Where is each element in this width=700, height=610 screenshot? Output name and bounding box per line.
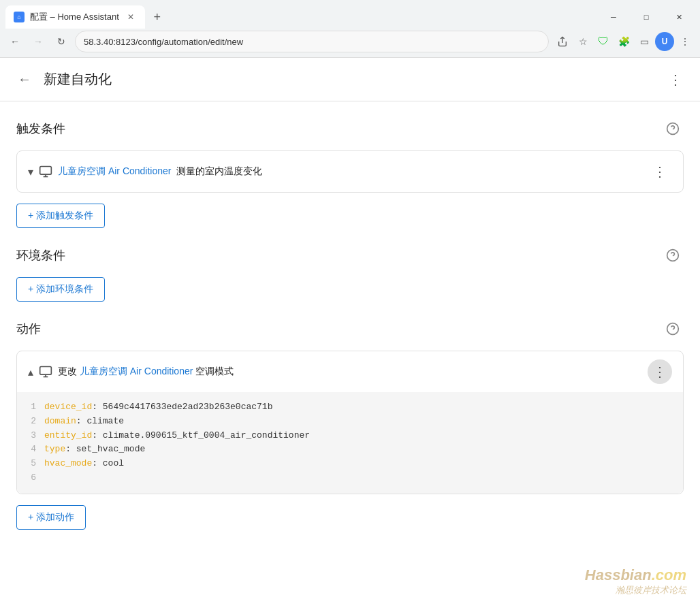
action-card: ▴ 更改 儿童房空调 Air Conditioner 空调模式 ⋮ 1 devi… — [16, 351, 684, 494]
extensions-button[interactable]: 🧩 — [614, 32, 633, 51]
browser-chrome: ⌂ 配置 – Home Assistant ✕ + ─ □ ✕ ← → ↻ 58… — [0, 0, 700, 58]
app-content: 触发条件 ▾ 儿童房空调 Air Conditioner 测量的室内温度变化 — [0, 101, 700, 610]
action-card-menu-button[interactable]: ⋮ — [648, 359, 672, 384]
minimize-button[interactable]: ─ — [598, 6, 629, 28]
tab-bar: ⌂ 配置 – Home Assistant ✕ + ─ □ ✕ — [0, 0, 700, 29]
action-device-icon — [39, 365, 52, 379]
trigger-card-label: 儿童房空调 Air Conditioner 测量的室内温度变化 — [58, 165, 642, 178]
maximize-button[interactable]: □ — [631, 6, 662, 28]
code-line-1: 1 device_id: 5649c4417633ede2ad23b263e0c… — [28, 400, 672, 415]
code-line-2: 2 domain: climate — [28, 415, 672, 429]
action-section-header: 动作 — [16, 318, 684, 340]
trigger-chevron-icon[interactable]: ▾ — [28, 165, 33, 178]
trigger-card: ▾ 儿童房空调 Air Conditioner 测量的室内温度变化 ⋮ — [16, 150, 684, 193]
url-text: 58.3.40:8123/config/automation/edit/new — [84, 37, 540, 47]
code-line-3: 3 entity_id: climate.090615_ktf_0004_air… — [28, 429, 672, 443]
action-code-block: 1 device_id: 5649c4417633ede2ad23b263e0c… — [17, 392, 683, 494]
address-bar: ← → ↻ 58.3.40:8123/config/automation/edi… — [0, 29, 700, 57]
condition-section-title: 环境条件 — [16, 247, 65, 263]
close-button[interactable]: ✕ — [663, 6, 695, 28]
add-trigger-button[interactable]: + 添加触发条件 — [16, 204, 105, 228]
app-header: ← 新建自动化 ⋮ — [0, 58, 700, 101]
reload-button[interactable]: ↻ — [52, 32, 71, 51]
svg-rect-10 — [40, 367, 52, 375]
watermark-site: 瀚思彼岸技术论坛 — [585, 584, 686, 596]
condition-section-header: 环境条件 — [16, 244, 684, 266]
window-controls: ─ □ ✕ — [598, 6, 695, 28]
new-tab-button[interactable]: + — [148, 7, 167, 27]
code-line-4: 4 type: set_hvac_mode — [28, 443, 672, 457]
watermark: Hassbian.com 瀚思彼岸技术论坛 — [585, 566, 686, 596]
tab-favicon: ⌂ — [14, 12, 25, 22]
code-line-5: 5 hvac_mode: cool — [28, 457, 672, 471]
action-card-header[interactable]: ▴ 更改 儿童房空调 Air Conditioner 空调模式 ⋮ — [17, 351, 683, 392]
tab-close-button[interactable]: ✕ — [125, 11, 137, 23]
condition-help-button[interactable] — [662, 244, 684, 266]
add-action-button[interactable]: + 添加动作 — [16, 505, 86, 530]
trigger-card-menu-button[interactable]: ⋮ — [648, 159, 672, 184]
trigger-section-header: 触发条件 — [16, 118, 684, 140]
trigger-help-button[interactable] — [662, 118, 684, 140]
code-line-6: 6 — [28, 471, 672, 485]
add-condition-button[interactable]: + 添加环境条件 — [16, 277, 105, 302]
back-button[interactable]: ← — [11, 66, 38, 93]
share-button[interactable] — [553, 32, 572, 51]
watermark-domain: Hassbian.com — [585, 566, 686, 584]
profile-button[interactable]: U — [655, 32, 674, 51]
page-title: 新建自动化 — [44, 70, 662, 89]
shield-button[interactable]: 🛡 — [594, 32, 613, 51]
trigger-card-header[interactable]: ▾ 儿童房空调 Air Conditioner 测量的室内温度变化 ⋮ — [17, 151, 683, 192]
url-bar[interactable]: 58.3.40:8123/config/automation/edit/new — [75, 31, 549, 52]
browser-toolbar: ☆ 🛡 🧩 ▭ U ⋮ — [553, 32, 695, 51]
action-card-label: 更改 儿童房空调 Air Conditioner 空调模式 — [58, 366, 642, 378]
tab-title: 配置 – Home Assistant — [30, 11, 119, 23]
bookmark-button[interactable]: ☆ — [573, 32, 592, 51]
split-view-button[interactable]: ▭ — [635, 32, 654, 51]
trigger-device-icon — [39, 165, 52, 178]
action-section-title: 动作 — [16, 321, 41, 337]
trigger-section-title: 触发条件 — [16, 121, 65, 137]
action-chevron-icon[interactable]: ▴ — [28, 366, 33, 379]
menu-button[interactable]: ⋮ — [675, 32, 695, 51]
svg-rect-3 — [40, 167, 52, 175]
back-nav-button[interactable]: ← — [5, 32, 25, 51]
forward-nav-button[interactable]: → — [29, 32, 48, 51]
action-help-button[interactable] — [662, 318, 684, 340]
active-tab[interactable]: ⌂ 配置 – Home Assistant ✕ — [5, 5, 145, 29]
app-more-button[interactable]: ⋮ — [662, 66, 689, 93]
